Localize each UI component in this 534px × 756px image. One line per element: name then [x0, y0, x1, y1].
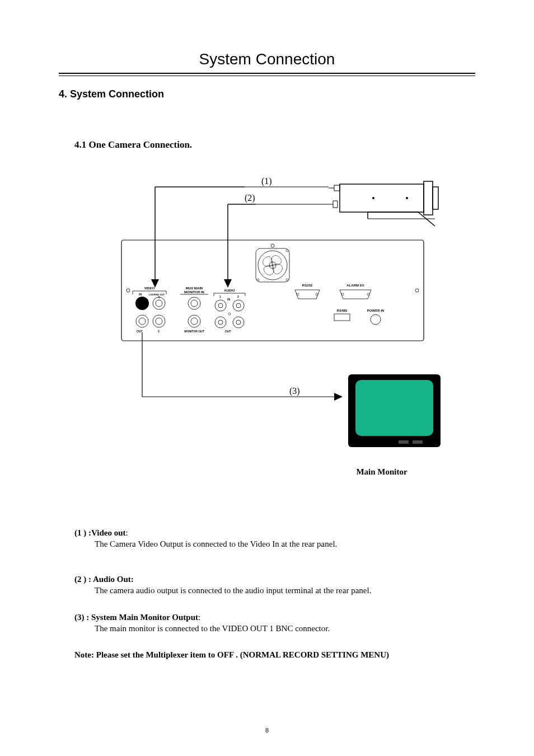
svg-rect-0 [340, 184, 424, 212]
svg-marker-20 [224, 279, 232, 288]
page-title: System Connection [59, 50, 475, 68]
svg-text:MONITOR IN: MONITOR IN [184, 290, 204, 294]
connection-diagram: (1) (2) [88, 173, 446, 477]
svg-text:RS485: RS485 [337, 309, 348, 312]
svg-point-66 [228, 313, 231, 315]
svg-point-64 [233, 300, 244, 311]
definitions: (1 ) :Video out: The Camera Video Output… [74, 527, 475, 635]
definition-1: (1 ) :Video out: The Camera Video Output… [74, 527, 475, 550]
svg-point-30 [257, 279, 259, 281]
svg-text:ALARM I/O: ALARM I/O [346, 284, 364, 287]
svg-text:IN: IN [227, 298, 230, 301]
svg-point-62 [215, 300, 226, 311]
callout-2: (2) [245, 193, 255, 203]
svg-point-4 [406, 197, 408, 199]
title-rule [59, 73, 475, 76]
svg-point-29 [286, 279, 288, 281]
definition-3-body: The main monitor is connected to the VID… [95, 623, 475, 634]
definition-3: (3) : System Main Monitor Output: The ma… [74, 612, 475, 635]
svg-point-41 [136, 315, 148, 327]
svg-point-53 [191, 318, 198, 325]
svg-rect-86 [355, 380, 433, 436]
definition-2-label: (2 ) : Audio Out: [74, 575, 134, 584]
svg-point-39 [156, 300, 162, 307]
svg-text:VIDEO: VIDEO [144, 287, 155, 290]
subsection-heading: 4.1 One Camera Connection. [74, 139, 475, 151]
svg-text:MUX MAIN: MUX MAIN [186, 287, 203, 290]
svg-rect-88 [413, 440, 423, 444]
definition-3-label: (3) : System Main Monitor Output [74, 613, 198, 622]
svg-rect-9 [334, 185, 340, 191]
svg-marker-84 [334, 393, 343, 401]
svg-point-69 [233, 317, 244, 328]
callout-3: (3) [289, 386, 300, 396]
svg-point-42 [139, 318, 146, 325]
svg-text:OUT: OUT [225, 330, 231, 333]
svg-point-46 [156, 318, 162, 325]
definition-1-body: The Camera Video Output is connected to … [95, 538, 475, 550]
monitor-caption: Main Monitor [334, 467, 429, 477]
svg-text:IN: IN [139, 293, 142, 296]
svg-point-22 [127, 289, 130, 292]
note: Note: Please set the Multiplexer item to… [74, 650, 475, 660]
svg-point-51 [191, 300, 198, 307]
svg-point-37 [135, 297, 149, 310]
svg-text:1: 1 [219, 295, 221, 298]
diagram-svg: (1) (2) [88, 173, 446, 464]
svg-text:OUT: OUT [137, 330, 143, 333]
svg-point-50 [188, 297, 200, 309]
svg-text:2: 2 [158, 330, 160, 333]
svg-rect-87 [399, 440, 409, 444]
svg-point-63 [218, 303, 223, 308]
svg-text:LOOPING OUT: LOOPING OUT [149, 293, 165, 296]
dvr-rear-panel: VIDEO IN LOOPING OUT OUT 2 [121, 240, 424, 341]
svg-point-28 [286, 250, 288, 252]
camera-icon [327, 181, 438, 226]
svg-point-68 [218, 320, 223, 325]
svg-point-67 [215, 317, 226, 328]
svg-point-45 [153, 315, 165, 327]
svg-point-73 [297, 293, 299, 295]
svg-point-24 [271, 244, 274, 247]
svg-point-77 [367, 293, 369, 295]
svg-point-3 [372, 197, 374, 199]
svg-point-70 [236, 320, 241, 325]
svg-rect-79 [334, 314, 350, 321]
svg-text:MONITOR OUT: MONITOR OUT [184, 330, 204, 333]
callout-1: (1) [261, 176, 272, 186]
svg-point-23 [415, 289, 419, 292]
svg-point-81 [371, 314, 381, 325]
document-page: System Connection 4. System Connection 4… [0, 0, 534, 756]
svg-rect-2 [433, 187, 438, 209]
svg-rect-21 [121, 240, 424, 341]
section-heading: 4. System Connection [59, 88, 475, 100]
svg-point-65 [236, 303, 241, 308]
main-monitor-icon [348, 374, 441, 447]
svg-text:AUDIO: AUDIO [224, 289, 235, 292]
svg-point-74 [316, 293, 318, 295]
svg-text:POWER IN: POWER IN [367, 309, 384, 312]
svg-text:2: 2 [237, 295, 239, 298]
svg-text:RS232: RS232 [302, 284, 313, 287]
svg-point-76 [341, 293, 344, 295]
definition-1-label: (1 ) :Video out [74, 528, 126, 537]
svg-point-38 [153, 297, 165, 309]
page-number: 8 [0, 727, 534, 734]
svg-point-52 [188, 315, 200, 327]
definition-2: (2 ) : Audio Out: The camera audio outpu… [74, 574, 475, 597]
definition-2-body: The camera audio output is connected to … [95, 585, 475, 596]
svg-rect-1 [424, 181, 433, 215]
